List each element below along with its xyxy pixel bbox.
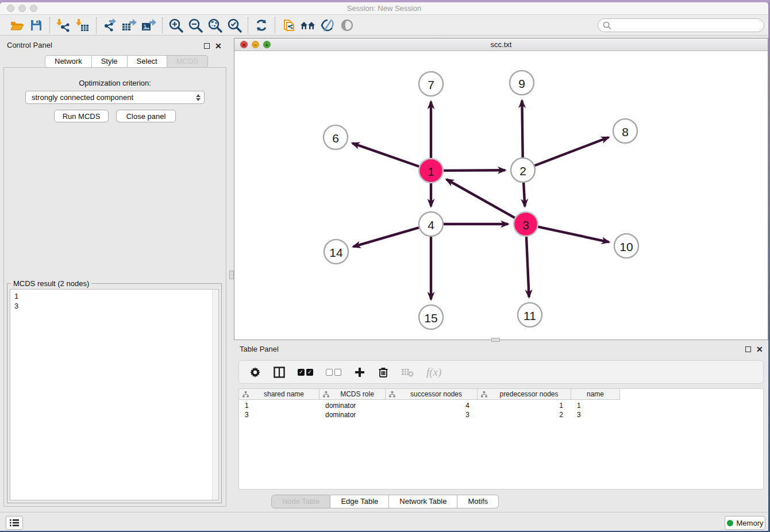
cell-successor-nodes: 4: [386, 401, 478, 410]
tab-network-table[interactable]: Network Table: [389, 495, 457, 508]
two-houses-icon: [299, 18, 317, 33]
tab-select[interactable]: Select: [128, 55, 167, 68]
close-panel-button[interactable]: Close panel: [116, 110, 176, 122]
cell-mcds-role: dominator: [319, 410, 386, 419]
mcds-result-list[interactable]: 1 3: [10, 289, 219, 500]
zoom-fit-button[interactable]: [205, 17, 225, 34]
node-table[interactable]: shared name MCDS role successor nodes pr…: [238, 388, 764, 489]
cell-shared-name: 3: [239, 410, 319, 419]
import-network-icon: [56, 18, 71, 33]
save-session-button[interactable]: [26, 17, 46, 34]
table-header-row: shared name MCDS role successor nodes pr…: [239, 389, 620, 400]
graph-edge-1-2[interactable]: [442, 170, 505, 171]
tab-network[interactable]: Network: [45, 55, 92, 68]
tab-mcds[interactable]: MCDS: [167, 55, 208, 68]
optimization-criterion-select[interactable]: strongly connected component: [25, 91, 205, 104]
graph-edge-4-14[interactable]: [353, 227, 421, 246]
clone-network-button[interactable]: [279, 17, 298, 34]
graph-edge-3-10[interactable]: [537, 226, 609, 242]
tab-motifs[interactable]: Motifs: [457, 495, 499, 508]
graph-edge-2-3[interactable]: [523, 181, 525, 206]
network-window-titlebar[interactable]: ✕ − + scc.txt: [234, 38, 768, 51]
import-network-button[interactable]: [53, 17, 73, 34]
toolbar-separator: [248, 17, 248, 33]
window-close-button[interactable]: [7, 5, 14, 12]
export-image-button[interactable]: [139, 17, 159, 34]
optimization-criterion-value: strongly connected component: [32, 93, 133, 102]
graph-edge-3-1[interactable]: [446, 179, 516, 218]
graph-edge-1-6[interactable]: [352, 143, 421, 167]
run-mcds-button[interactable]: Run MCDS: [54, 110, 109, 122]
graph-node-label-10: 10: [619, 240, 633, 253]
add-column-button[interactable]: [354, 367, 365, 378]
export-network-button[interactable]: [100, 17, 120, 34]
network-minimize-icon[interactable]: −: [252, 41, 259, 48]
graph-edge-2-8[interactable]: [533, 137, 609, 166]
cell-predecessor-nodes: 1: [478, 401, 571, 410]
delete-column-button[interactable]: [378, 367, 388, 378]
tab-edge-table[interactable]: Edge Table: [330, 495, 389, 508]
clone-network-icon: [281, 18, 296, 33]
table-toolbar: ✓ ✓ f(x): [238, 360, 764, 384]
task-history-button[interactable]: [6, 516, 23, 530]
columns-icon: [274, 367, 285, 378]
show-hide-style-button[interactable]: [318, 17, 337, 34]
export-table-button[interactable]: [120, 17, 139, 34]
result-scrollbar[interactable]: [212, 290, 218, 500]
delete-table-button[interactable]: [401, 367, 414, 377]
splitter-grip-vertical[interactable]: [229, 271, 234, 279]
memory-button[interactable]: Memory: [725, 516, 765, 530]
graph-edge-2-9[interactable]: [522, 101, 522, 159]
deselect-all-button[interactable]: [326, 369, 341, 376]
control-panel-float-icon[interactable]: [204, 43, 210, 49]
mcds-result-title: MCDS result (2 nodes): [11, 279, 91, 288]
window-titlebar: Session: New Session: [0, 2, 768, 15]
network-maximize-icon[interactable]: +: [263, 41, 271, 48]
control-panel-close-icon[interactable]: ✕: [215, 43, 222, 49]
graph-node-label-2: 2: [519, 164, 526, 178]
column-header-successor-nodes[interactable]: successor nodes: [386, 389, 478, 400]
search-field[interactable]: [598, 18, 764, 32]
column-header-name[interactable]: name: [571, 389, 620, 400]
table-panel-float-icon[interactable]: [745, 346, 751, 352]
graph-node-label-14: 14: [329, 246, 343, 259]
zoom-selected-button[interactable]: [225, 17, 244, 34]
show-column-panel-button[interactable]: [274, 367, 285, 378]
search-icon: [603, 21, 611, 30]
graph-node-label-9: 9: [518, 77, 525, 90]
toolbar-separator: [49, 17, 50, 33]
network-canvas[interactable]: 7961284314101511: [234, 51, 768, 340]
table-row[interactable]: 1 dominator 4 1 1: [239, 401, 620, 410]
unchecked-box-icon: [326, 369, 333, 376]
first-neighbors-button[interactable]: [298, 17, 318, 34]
window-zoom-button[interactable]: [30, 5, 37, 12]
tab-style[interactable]: Style: [92, 55, 128, 68]
window-minimize-button[interactable]: [18, 5, 26, 12]
list-icon: [10, 519, 19, 527]
import-table-button[interactable]: [73, 17, 93, 34]
table-row[interactable]: 3 dominator 3 2 3: [239, 410, 620, 419]
network-close-icon[interactable]: ✕: [240, 41, 248, 48]
status-bar: Memory: [0, 512, 768, 531]
export-image-icon: [141, 18, 157, 33]
table-panel-close-icon[interactable]: ✕: [756, 346, 763, 353]
birdseye-view-button[interactable]: [337, 17, 357, 34]
attribute-icon: [323, 391, 329, 398]
function-builder-button[interactable]: f(x): [426, 366, 441, 379]
zoom-out-button[interactable]: [186, 17, 205, 34]
select-all-button[interactable]: ✓ ✓: [298, 369, 313, 376]
zoom-in-button[interactable]: [166, 17, 186, 34]
refresh-button[interactable]: [252, 17, 271, 34]
graph-edge-3-11[interactable]: [526, 235, 529, 297]
column-header-mcds-role[interactable]: MCDS role: [319, 389, 386, 400]
table-settings-button[interactable]: [249, 367, 261, 378]
search-input[interactable]: [611, 20, 764, 31]
graph-node-label-7: 7: [428, 78, 434, 91]
memory-status-icon: [727, 520, 733, 526]
column-header-shared-name[interactable]: shared name: [239, 389, 319, 400]
tab-node-table[interactable]: Node Table: [271, 495, 331, 508]
splitter-grip-horizontal[interactable]: [491, 338, 500, 342]
column-header-predecessor-nodes[interactable]: predecessor nodes: [478, 389, 571, 400]
network-view-window: ✕ − + scc.txt 7961284314101511: [234, 38, 768, 340]
open-session-button[interactable]: [7, 17, 26, 34]
